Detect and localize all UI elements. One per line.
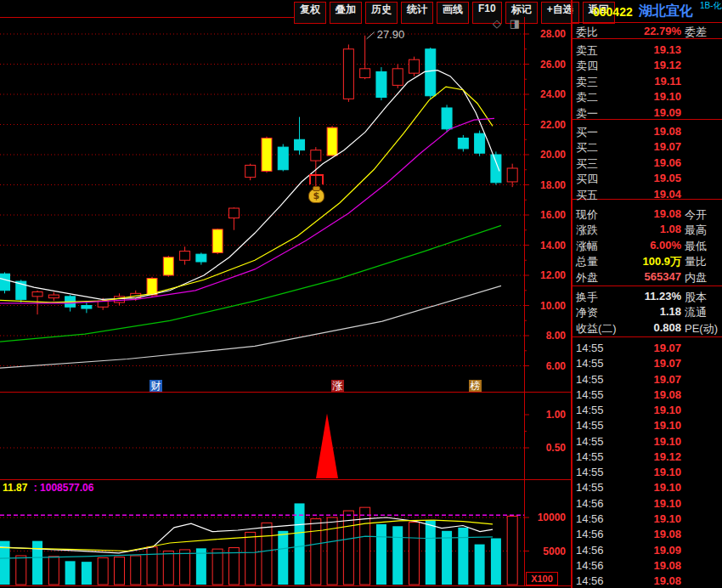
- ask-row[interactable]: 卖四19.12: [573, 59, 722, 73]
- tape-price: 19.08: [573, 388, 681, 401]
- bid-row[interactable]: 买三19.06: [573, 156, 722, 171]
- price-axis-label: 8.00: [527, 330, 566, 342]
- candle-body: [196, 254, 206, 262]
- financial-row-value: 11.23%: [573, 290, 681, 302]
- chart-tag-榜[interactable]: 榜: [469, 380, 482, 393]
- tape-row: 14:5519.12: [573, 450, 722, 465]
- high-pointer-line: [367, 32, 375, 39]
- info-row: 涨幅6.00%最低: [573, 239, 722, 253]
- MA-mid-yellow: [0, 87, 493, 302]
- tape-row: 14:5519.10: [573, 466, 722, 480]
- volume-bar: [409, 523, 420, 585]
- tape-row: 14:5519.10: [573, 404, 722, 418]
- financial-row-value: 0.808: [573, 321, 681, 334]
- volume-bar: [278, 531, 288, 585]
- MA-20-magenta: [0, 118, 494, 302]
- candle-body: [163, 257, 173, 275]
- ask-row-value: 19.12: [573, 59, 681, 71]
- candle-body: [360, 69, 370, 78]
- tape-row: 14:5519.07: [573, 373, 722, 387]
- info-row-right-label: 量比: [685, 254, 707, 269]
- tape-price: 19.10: [573, 512, 681, 525]
- volume-bar: [65, 561, 76, 585]
- MA-60-green: [0, 225, 501, 342]
- price-axis-label: 28.00: [527, 28, 566, 40]
- candle-body: [458, 138, 468, 148]
- info-row: 现价19.08今开: [573, 207, 722, 222]
- chart-tag-财[interactable]: 财: [149, 380, 162, 393]
- info-row-value: 6.00%: [573, 239, 681, 252]
- volume-amount-value: : 1008577.06: [34, 482, 94, 494]
- weibi-value: 22.79%: [573, 25, 681, 37]
- kline-chart[interactable]: [0, 17, 524, 393]
- tape-row: 14:5519.10: [573, 435, 722, 449]
- bid-row-value: 19.04: [573, 188, 681, 201]
- ask-row-value: 19.11: [573, 75, 681, 88]
- indicator-axis-label: 1.00: [527, 409, 566, 421]
- chart-tag-涨[interactable]: 涨: [331, 380, 344, 393]
- bid-row[interactable]: 买四19.05: [573, 172, 722, 186]
- bid-row[interactable]: 买一19.08: [573, 125, 722, 139]
- candle-body: [48, 295, 59, 298]
- volume-bar: [475, 545, 485, 585]
- bid-row-value: 19.07: [573, 140, 681, 153]
- financial-row-value: 1.18: [573, 305, 681, 318]
- candle-body: [491, 155, 501, 183]
- volume-bar: [32, 541, 42, 585]
- candle-body: [507, 168, 517, 182]
- candle-body: [228, 208, 239, 218]
- stock-terminal-window: 复权叠加历史统计画线F10标记+自选返回 000422 湖北宜化 1B-化工 ◇…: [0, 0, 722, 588]
- ask-row[interactable]: 卖一19.09: [573, 106, 722, 121]
- candle-body: [278, 147, 288, 170]
- info-row-value: 1.08: [573, 223, 681, 235]
- financial-row-right-label: 股本: [685, 290, 707, 305]
- candle-body: [295, 139, 305, 150]
- ask-row[interactable]: 卖三19.11: [573, 75, 722, 89]
- volume-bar: [131, 556, 141, 585]
- weicha-label: 委差: [685, 25, 707, 40]
- candle-body: [82, 306, 92, 309]
- candle-body: [180, 252, 190, 261]
- price-axis-label: 24.00: [527, 88, 566, 100]
- candle-body: [409, 59, 420, 73]
- info-row: 外盘565347内盘: [573, 270, 722, 285]
- indicator-axis-label: 0.50: [527, 442, 566, 454]
- volume-unit-label: X100: [526, 572, 558, 585]
- weibi-row: 委比 22.79% 委差: [573, 25, 722, 39]
- tape-row: 14:5619.08: [573, 559, 722, 574]
- price-axis-label: 16.00: [527, 209, 566, 221]
- bid-row[interactable]: 买二19.07: [573, 140, 722, 155]
- tape-price: 19.12: [573, 450, 681, 463]
- candle-body: [212, 229, 223, 253]
- volume-bar: [82, 562, 92, 585]
- volume-bar: [262, 523, 272, 585]
- info-row-right-label: 今开: [685, 207, 707, 223]
- volume-bar: [491, 538, 501, 585]
- candle-body: [475, 133, 485, 153]
- volume-bar: [327, 517, 337, 585]
- buy-signal-triangle: [316, 413, 338, 478]
- volume-bar: [426, 520, 436, 585]
- panel-sep: [573, 22, 722, 23]
- volume-bar: [180, 550, 190, 585]
- price-axis-label: 6.00: [527, 360, 566, 372]
- bid-row-value: 19.05: [573, 172, 681, 184]
- volume-readout: 11.87 : 1008577.06: [3, 482, 93, 494]
- volume-bar: [114, 557, 124, 585]
- candle-body: [376, 71, 386, 97]
- tape-row: 14:5619.09: [573, 544, 722, 558]
- tape-row: 14:5619.10: [573, 512, 722, 527]
- financial-row: 净资1.18流通: [573, 305, 722, 319]
- ask-row[interactable]: 卖五19.13: [573, 43, 722, 58]
- volume-chart[interactable]: [0, 480, 524, 585]
- tape-price: 19.10: [573, 497, 681, 510]
- volume-bar: [376, 524, 386, 585]
- ask-row[interactable]: 卖二19.10: [573, 90, 722, 105]
- candle-body: [392, 69, 403, 86]
- bid-row[interactable]: 买五19.04: [573, 188, 722, 202]
- tape-row: 14:5619.08: [573, 528, 722, 542]
- tape-price: 19.07: [573, 357, 681, 370]
- signal-indicator-chart[interactable]: [0, 393, 524, 479]
- candle-body: [245, 165, 256, 177]
- volume-bar: [147, 547, 157, 585]
